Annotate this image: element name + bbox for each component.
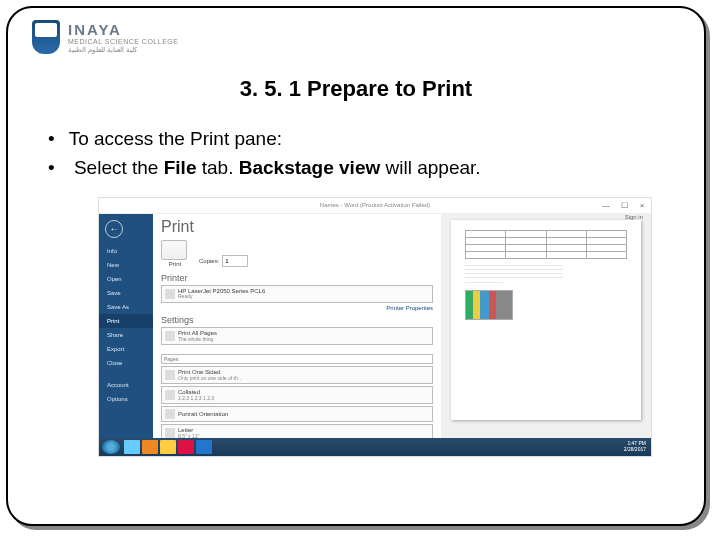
- print-row: Print Copies:: [161, 240, 433, 267]
- printer-icon: [161, 240, 187, 260]
- sidebar-item-share[interactable]: Share: [99, 328, 153, 342]
- print-button-label: Print: [161, 261, 189, 267]
- slide: INAYA MEDICAL SCIENCE COLLEGE كلية العنا…: [6, 6, 706, 526]
- taskbar-firefox-icon[interactable]: [142, 440, 158, 454]
- back-button[interactable]: ←: [105, 220, 123, 238]
- taskbar-date: 2/28/2017: [624, 447, 646, 453]
- copies-group: Copies:: [199, 255, 248, 267]
- logo-main: INAYA: [68, 21, 178, 38]
- setting-oneside[interactable]: Print One Sided Only print on one side o…: [161, 366, 433, 384]
- logo-text: INAYA MEDICAL SCIENCE COLLEGE كلية العنا…: [68, 21, 178, 54]
- setting-collated[interactable]: Collated 1,2,3 1,2,3 1,2,3: [161, 386, 433, 404]
- setting-oneside-sub: Only print on one side of th…: [178, 376, 429, 382]
- preview-table: [465, 230, 627, 259]
- taskbar-powerpoint-icon[interactable]: [178, 440, 194, 454]
- printer-status: Ready: [178, 294, 429, 300]
- word-titlebar: Names - Word (Product Activation Failed)…: [99, 198, 651, 214]
- sidebar-item-print[interactable]: Print: [99, 314, 153, 328]
- pages-input[interactable]: [161, 354, 433, 364]
- bullet-list: To access the Print pane: Select the Fil…: [48, 124, 664, 183]
- sign-in-link[interactable]: Sign in: [625, 214, 643, 220]
- setting-letter-label: Letter: [178, 427, 429, 434]
- setting-allpages[interactable]: Print All Pages The whole thing: [161, 327, 433, 345]
- minimize-button[interactable]: —: [597, 198, 615, 214]
- b2-file: File: [164, 157, 197, 178]
- b2-backstage: Backstage view: [239, 157, 381, 178]
- setting-allpages-label: Print All Pages: [178, 330, 429, 337]
- word-window-title: Names - Word (Product Activation Failed): [320, 202, 430, 208]
- sidebar-item-close[interactable]: Close: [99, 356, 153, 370]
- bullet-2: Select the File tab. Backstage view will…: [48, 153, 664, 182]
- printer-section-label: Printer: [161, 273, 433, 283]
- pages-icon: [165, 331, 175, 341]
- logo: INAYA MEDICAL SCIENCE COLLEGE كلية العنا…: [32, 20, 178, 54]
- printer-status-icon: [165, 289, 175, 299]
- sidebar-item-options[interactable]: Options: [99, 392, 153, 406]
- papersize-icon: [165, 428, 175, 438]
- bullet-1: To access the Print pane:: [48, 124, 664, 153]
- print-settings-pane: Print Print Copies: Printer HP LaserJ: [153, 214, 441, 440]
- sidebar-item-info[interactable]: Info: [99, 244, 153, 258]
- print-heading: Print: [161, 218, 433, 236]
- windows-taskbar: 1:47 PM 2/28/2017: [99, 438, 651, 456]
- start-button[interactable]: [102, 440, 120, 454]
- printer-properties-link[interactable]: Printer Properties: [161, 305, 433, 311]
- backstage-sidebar: ← Info New Open Save Save As Print Share…: [99, 214, 153, 440]
- taskbar-folder-icon[interactable]: [160, 440, 176, 454]
- preview-body-text: ────────────────────────────────────────…: [465, 263, 627, 284]
- collated-icon: [165, 390, 175, 400]
- taskbar-word-icon[interactable]: [196, 440, 212, 454]
- printer-name: HP LaserJet P2050 Series PCL6: [178, 288, 429, 295]
- sidebar-item-saveas[interactable]: Save As: [99, 300, 153, 314]
- b2-mid: tab.: [196, 157, 238, 178]
- settings-section-label: Settings: [161, 315, 433, 325]
- setting-allpages-sub: The whole thing: [178, 337, 429, 343]
- b2-post: will appear.: [380, 157, 480, 178]
- taskbar-ie-icon[interactable]: [124, 440, 140, 454]
- print-button[interactable]: Print: [161, 240, 189, 267]
- setting-collated-label: Collated: [178, 389, 429, 396]
- setting-orientation-label: Portrait Orientation: [178, 411, 429, 418]
- copies-label: Copies:: [199, 258, 219, 264]
- setting-orientation[interactable]: Portrait Orientation: [161, 406, 433, 422]
- print-preview-pane: ────────────────────────────────────────…: [441, 214, 651, 440]
- word-body: ← Info New Open Save Save As Print Share…: [99, 214, 651, 440]
- copies-input[interactable]: [222, 255, 248, 267]
- printer-dropdown[interactable]: HP LaserJet P2050 Series PCL6 Ready: [161, 285, 433, 303]
- b2-pre: Select the: [74, 157, 164, 178]
- sidebar-item-export[interactable]: Export: [99, 342, 153, 356]
- window-controls: — ☐ ×: [597, 198, 651, 214]
- preview-page: ────────────────────────────────────────…: [451, 220, 641, 420]
- sidebar-item-open[interactable]: Open: [99, 272, 153, 286]
- logo-arabic: كلية العناية للعلوم الطبية: [68, 46, 178, 54]
- taskbar-clock[interactable]: 1:47 PM 2/28/2017: [624, 441, 646, 452]
- logo-shield-icon: [32, 20, 60, 54]
- logo-sub: MEDICAL SCIENCE COLLEGE: [68, 38, 178, 45]
- word-screenshot: Names - Word (Product Activation Failed)…: [98, 197, 652, 457]
- close-button[interactable]: ×: [633, 198, 651, 214]
- setting-collated-sub: 1,2,3 1,2,3 1,2,3: [178, 396, 429, 402]
- orientation-icon: [165, 409, 175, 419]
- sidebar-item-save[interactable]: Save: [99, 286, 153, 300]
- oneside-icon: [165, 370, 175, 380]
- slide-title: 3. 5. 1 Prepare to Print: [8, 76, 704, 102]
- maximize-button[interactable]: ☐: [615, 198, 633, 214]
- preview-chart-icon: [465, 290, 513, 320]
- sidebar-item-new[interactable]: New: [99, 258, 153, 272]
- sidebar-item-account[interactable]: Account: [99, 378, 153, 392]
